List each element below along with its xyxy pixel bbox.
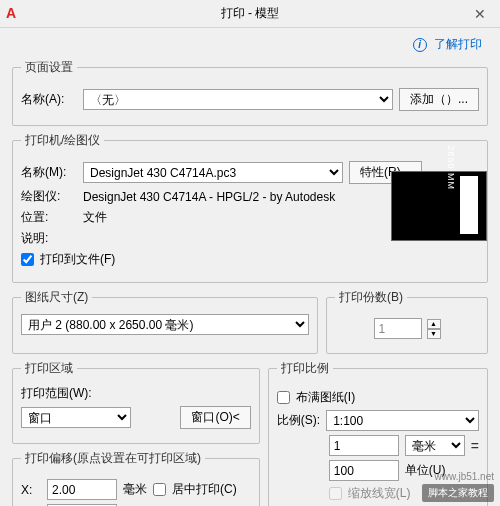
- fit-to-paper-checkbox[interactable]: [277, 391, 290, 404]
- title-bar: A 打印 - 模型 ✕: [0, 0, 500, 28]
- paper-preview-dim: 2650 MM: [446, 145, 456, 190]
- copies-spinner[interactable]: ▲▼: [427, 319, 441, 339]
- paper-size-group: 图纸尺寸(Z) 用户 2 (880.00 x 2650.00 毫米): [12, 289, 318, 354]
- offset-x-input[interactable]: [47, 479, 117, 500]
- add-page-setup-button[interactable]: 添加（）...: [399, 88, 479, 111]
- print-area-group: 打印区域 打印范围(W): 窗口 窗口(O)<: [12, 360, 260, 444]
- scale-paper-input[interactable]: [329, 435, 399, 456]
- app-logo-icon: A: [6, 5, 16, 21]
- watermark-text: 脚本之家教程: [422, 484, 494, 502]
- center-print-checkbox[interactable]: [153, 483, 166, 496]
- scale-ratio-label: 比例(S):: [277, 412, 320, 429]
- fit-to-paper-label: 布满图纸(I): [296, 389, 355, 406]
- plotter-label: 绘图仪:: [21, 188, 77, 205]
- printer-name-select[interactable]: DesignJet 430 C4714A.pc3: [83, 162, 343, 183]
- offset-legend: 打印偏移(原点设置在可打印区域): [21, 450, 205, 467]
- page-setup-group: 页面设置 名称(A): 〈无〉 添加（）...: [12, 59, 488, 126]
- offset-x-unit: 毫米: [123, 481, 147, 498]
- paper-size-legend: 图纸尺寸(Z): [21, 289, 92, 306]
- page-name-label: 名称(A):: [21, 91, 77, 108]
- scale-legend: 打印比例: [277, 360, 333, 377]
- spin-down-icon[interactable]: ▼: [427, 329, 441, 339]
- center-print-label: 居中打印(C): [172, 481, 237, 498]
- window-title: 打印 - 模型: [221, 5, 280, 22]
- scale-lineweight-checkbox: [329, 487, 342, 500]
- printer-name-label: 名称(M):: [21, 164, 77, 181]
- equals-icon: =: [471, 438, 479, 454]
- print-range-label: 打印范围(W):: [21, 385, 251, 402]
- print-to-file-label: 打印到文件(F): [40, 251, 115, 268]
- location-value: 文件: [83, 209, 107, 226]
- scale-ratio-select[interactable]: 1:100: [326, 410, 479, 431]
- printer-group: 打印机/绘图仪 名称(M): DesignJet 430 C4714A.pc3 …: [12, 132, 488, 283]
- print-area-legend: 打印区域: [21, 360, 77, 377]
- scale-paper-unit-select[interactable]: 毫米: [405, 435, 465, 456]
- location-label: 位置:: [21, 209, 77, 226]
- offset-group: 打印偏移(原点设置在可打印区域) X: 毫米 居中打印(C) Y: 毫米: [12, 450, 260, 506]
- print-range-select[interactable]: 窗口: [21, 407, 131, 428]
- page-setup-legend: 页面设置: [21, 59, 77, 76]
- description-label: 说明:: [21, 230, 77, 247]
- watermark-url: www.jb51.net: [435, 471, 494, 482]
- paper-preview-page: [460, 176, 478, 234]
- print-to-file-checkbox[interactable]: [21, 253, 34, 266]
- offset-x-label: X:: [21, 483, 41, 497]
- copies-input: [374, 318, 422, 339]
- scale-drawing-input[interactable]: [329, 460, 399, 481]
- paper-size-select[interactable]: 用户 2 (880.00 x 2650.00 毫米): [21, 314, 309, 335]
- spin-up-icon[interactable]: ▲: [427, 319, 441, 329]
- page-name-select[interactable]: 〈无〉: [83, 89, 393, 110]
- info-icon: i: [413, 38, 427, 52]
- copies-legend: 打印份数(B): [335, 289, 407, 306]
- copies-group: 打印份数(B) ▲▼: [326, 289, 488, 354]
- window-pick-button[interactable]: 窗口(O)<: [180, 406, 250, 429]
- plotter-value: DesignJet 430 C4714A - HPGL/2 - by Autod…: [83, 190, 343, 204]
- close-icon[interactable]: ✕: [460, 0, 500, 28]
- printer-legend: 打印机/绘图仪: [21, 132, 104, 149]
- paper-preview: 2650 MM: [391, 171, 487, 241]
- learn-print-link[interactable]: 了解打印: [434, 37, 482, 51]
- scale-lineweight-label: 缩放线宽(L): [348, 485, 411, 502]
